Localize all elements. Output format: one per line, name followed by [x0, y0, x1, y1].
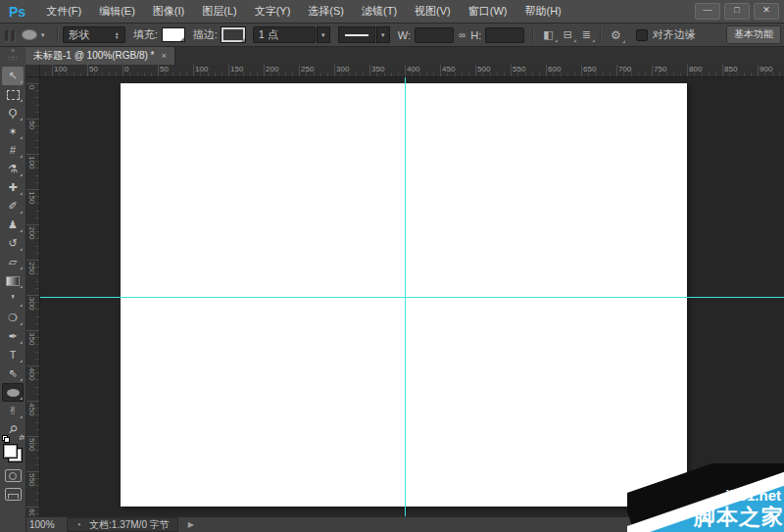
path-operations-button[interactable]: ◧ — [538, 28, 558, 41]
path-buttons: ◧⊟≣ — [538, 28, 596, 41]
menu-item-7[interactable]: 视图(V) — [406, 0, 460, 23]
menu-item-5[interactable]: 选择(S) — [299, 0, 353, 23]
path-alignment-button[interactable]: ⊟ — [559, 28, 577, 41]
pen-icon: ✒ — [8, 331, 17, 342]
eraser-tool[interactable]: ▱ — [2, 253, 24, 271]
menu-item-8[interactable]: 窗口(W) — [460, 0, 516, 23]
width-label: W: — [398, 29, 411, 41]
link-dimensions-icon[interactable]: ∞ — [459, 29, 466, 40]
ellipse-tool[interactable] — [2, 383, 24, 402]
vertical-ruler[interactable]: 050100150200250300350400450500550600 — [25, 76, 40, 517]
magic-wand-tool[interactable]: ✶ — [2, 122, 24, 141]
h-ruler-label-3: 50 — [160, 65, 169, 73]
stroke-label: 描边: — [193, 27, 218, 42]
brush-icon: ✐ — [8, 201, 17, 212]
tool-preset-picker[interactable]: ▼ — [18, 29, 53, 40]
h-ruler-label-1: 50 — [89, 65, 98, 73]
path-selection-icon: ⇖ — [8, 368, 17, 379]
hand-icon: ✌ — [8, 406, 17, 416]
v-ruler-label-9: 450 — [27, 403, 36, 415]
v-ruler-label-2: 100 — [27, 156, 36, 169]
default-colors-icon[interactable] — [2, 435, 9, 442]
minimize-button[interactable]: — — [695, 3, 720, 20]
shape-height-input[interactable] — [485, 27, 524, 43]
stroke-style-select[interactable] — [338, 26, 375, 43]
healing-brush-tool[interactable]: ✚ — [2, 178, 24, 197]
zoom-level-field[interactable]: 100% — [29, 519, 59, 530]
stroke-width-select[interactable]: 1 点 — [253, 26, 316, 43]
stroke-color-swatch[interactable] — [221, 27, 245, 42]
h-ruler-label-14: 600 — [548, 65, 561, 73]
maximize-button[interactable]: □ — [724, 3, 750, 20]
spinner-arrows-icon: ▲▼ — [115, 31, 120, 39]
close-button[interactable]: ✕ — [754, 3, 779, 20]
canvas[interactable] — [121, 83, 687, 507]
stroke-width-dropdown-button[interactable]: ▼ — [317, 26, 330, 43]
clone-stamp-icon: ♟ — [8, 219, 18, 230]
divider — [600, 27, 602, 43]
move-tool[interactable]: ↖ — [2, 67, 24, 85]
menu-item-4[interactable]: 文字(Y) — [246, 0, 300, 23]
hand-tool[interactable]: ✌ — [2, 402, 24, 420]
gradient-tool[interactable] — [2, 271, 24, 290]
h-ruler-label-6: 200 — [266, 65, 278, 73]
rectangular-marquee-tool[interactable] — [2, 85, 24, 104]
stroke-style-dropdown-button[interactable]: ▼ — [376, 26, 390, 43]
h-ruler-label-0: 100 — [54, 65, 67, 73]
horizontal-guide[interactable] — [39, 297, 784, 298]
type-icon: T — [10, 350, 17, 361]
screen-mode-button[interactable] — [5, 488, 22, 501]
move-icon: ↖ — [8, 71, 17, 81]
menu-item-9[interactable]: 帮助(H) — [515, 0, 569, 23]
type-tool[interactable]: T — [2, 346, 24, 364]
h-ruler-label-4: 100 — [195, 65, 208, 73]
ellipse-tool-preset-icon — [22, 29, 37, 40]
dodge-tool[interactable]: ❍ — [2, 309, 24, 327]
horizontal-ruler[interactable]: 1005005010015020025030035040045050055060… — [39, 65, 784, 77]
h-ruler-label-20: 900 — [760, 65, 772, 73]
v-ruler-label-11: 550 — [27, 473, 36, 486]
path-arrangement-icon: ≣ — [582, 28, 591, 40]
mini-bg — [4, 437, 10, 443]
menu-item-3[interactable]: 图层(L) — [193, 0, 245, 23]
status-popup-arrow-icon[interactable]: ▶ — [188, 520, 194, 529]
eyedropper-tool[interactable]: ⚗ — [2, 160, 24, 178]
fill-color-swatch[interactable] — [162, 27, 185, 42]
close-tab-icon[interactable]: × — [162, 51, 167, 61]
menu-item-6[interactable]: 滤镜(T) — [353, 0, 406, 23]
options-grip-handle[interactable]: ▐▐ — [2, 30, 15, 40]
document-size-info: 文档:1.37M/0 字节 — [89, 518, 170, 532]
brush-tool[interactable]: ✐ — [2, 197, 24, 216]
history-brush-tool[interactable]: ↺ — [2, 234, 24, 253]
shape-width-input[interactable] — [415, 27, 454, 43]
quick-mask-button[interactable] — [5, 469, 22, 482]
foreground-color-swatch[interactable] — [3, 444, 18, 459]
blur-tool[interactable]: ❜ — [2, 290, 24, 309]
h-ruler-label-10: 400 — [407, 65, 419, 73]
dodge-icon: ❍ — [8, 313, 18, 323]
path-arrangement-button[interactable]: ≣ — [577, 28, 596, 41]
divider — [532, 27, 534, 43]
workspace-switcher-button[interactable]: 基本功能 — [726, 25, 781, 44]
menu-item-0[interactable]: 文件(F) — [37, 0, 90, 23]
path-selection-tool[interactable]: ⇖ — [2, 364, 24, 383]
v-ruler-label-8: 400 — [27, 367, 36, 380]
toolbar-collapse-header[interactable]: » ∷∷ — [0, 47, 25, 65]
align-edges-checkbox[interactable] — [636, 29, 648, 41]
ruler-origin-corner[interactable] — [25, 65, 40, 77]
h-ruler-label-8: 300 — [336, 65, 349, 73]
lasso-tool[interactable]: Ϙ — [2, 104, 24, 122]
pen-tool[interactable]: ✒ — [2, 327, 24, 346]
clone-stamp-tool[interactable]: ♟ — [2, 216, 24, 234]
menu-items: 文件(F)编辑(E)图像(I)图层(L)文字(Y)选择(S)滤镜(T)视图(V)… — [37, 0, 570, 23]
h-ruler-label-19: 850 — [724, 65, 737, 73]
crop-tool[interactable]: # — [2, 141, 24, 160]
menu-item-1[interactable]: 编辑(E) — [90, 0, 144, 23]
document-tab-title: 未标题-1 @ 100%(RGB/8) * — [33, 49, 155, 63]
document-tab[interactable]: 未标题-1 @ 100%(RGB/8) * × — [25, 47, 175, 65]
history-brush-icon: ↺ — [8, 238, 17, 249]
gear-icon[interactable]: ⚙ — [606, 28, 626, 42]
tool-mode-select[interactable]: 形状 ▲▼ — [63, 26, 125, 43]
menu-item-2[interactable]: 图像(I) — [144, 0, 193, 23]
swap-colors-icon[interactable]: ⇄ — [19, 434, 24, 442]
